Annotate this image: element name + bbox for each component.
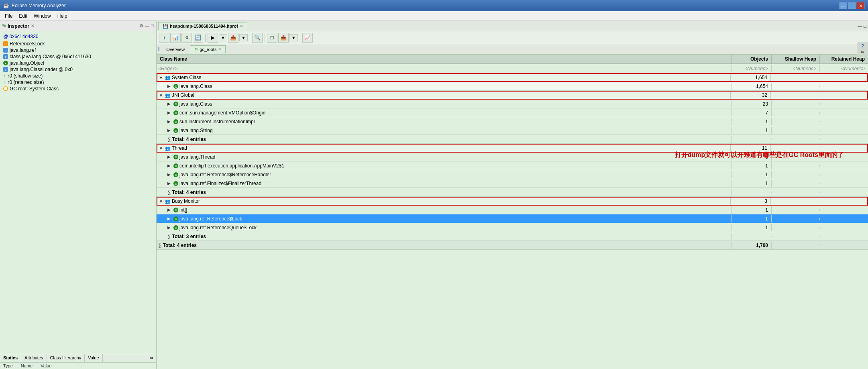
- cell-int-array: ▶ c int[]: [157, 206, 731, 214]
- expand-java-thread[interactable]: ▶: [167, 155, 172, 159]
- row-finalizer[interactable]: ▶ c java.lang.ref.Finalizer$FinalizerThr…: [157, 179, 868, 188]
- editor-tab-heapdump[interactable]: 💾 heapdump-1588683511494.hprof ✕: [158, 22, 247, 30]
- ref-icon: R: [3, 41, 8, 46]
- row-jni-global[interactable]: ▼ 👥 JNI Global 32: [157, 91, 868, 100]
- row-system-class-item[interactable]: ▶ c java.lang.Class 1,654: [157, 82, 868, 91]
- expand-java-class-1[interactable]: ▶: [167, 84, 172, 88]
- editor-maximize-icon[interactable]: □: [864, 24, 866, 29]
- cell-bt-retained: [820, 236, 868, 237]
- tb-play-dropdown[interactable]: ▼: [219, 34, 227, 41]
- expand-refqueue-lock[interactable]: ▶: [167, 225, 172, 230]
- row-appmain[interactable]: ▶ c com.intellij.rt.execution.applicatio…: [157, 161, 868, 170]
- row-int-array[interactable]: ▶ c int[] 1: [157, 206, 868, 214]
- row-ref-lock[interactable]: ▶ c java.lang.ref.Reference$Lock 1: [157, 214, 868, 223]
- label-int-array: int[]: [179, 207, 187, 213]
- menu-file[interactable]: File: [2, 12, 16, 20]
- cell-fin-obj: 1: [731, 180, 772, 187]
- cell-jni-class-retained: [820, 103, 868, 105]
- people-icon-jni: 👥: [165, 93, 171, 98]
- expand-thread[interactable]: ▼: [159, 146, 164, 151]
- cell-string-shallow: [772, 130, 820, 131]
- row-string[interactable]: ▶ c java.lang.String 1: [157, 126, 868, 135]
- regex-row[interactable]: <Regex> <Numeric> <Numeric> <Numeric>: [157, 64, 868, 73]
- inspector-minimize-icon[interactable]: —: [145, 23, 149, 29]
- cell-jc1-retained: [820, 86, 868, 87]
- tab-overview[interactable]: Overview: [162, 45, 189, 53]
- cell-busy-total: ∑ Total: 3 entries: [157, 233, 731, 240]
- regex-placeholder: <Regex>: [158, 66, 178, 71]
- inspector-maximize-icon[interactable]: □: [151, 23, 154, 29]
- tb-search-btn[interactable]: 🔍: [252, 33, 263, 43]
- row-refqueue-lock[interactable]: ▶ c java.lang.ref.ReferenceQueue$Lock 1: [157, 223, 868, 232]
- tab-attributes[interactable]: Attributes: [21, 354, 47, 362]
- expand-system-class[interactable]: ▼: [159, 75, 164, 80]
- expand-ref-handler[interactable]: ▶: [167, 172, 172, 177]
- label-jni-class: java.lang.Class: [179, 101, 212, 107]
- tb-histogram-btn[interactable]: 📊: [170, 33, 181, 43]
- expand-int-array[interactable]: ▶: [167, 208, 172, 212]
- cell-rl-obj: 1: [731, 215, 772, 222]
- editor-minimize-icon[interactable]: —: [858, 24, 862, 29]
- cell-jni-total: ∑ Total: 4 entries: [157, 136, 731, 143]
- tb-stats-btn[interactable]: 📈: [302, 33, 313, 43]
- row-busy-monitor[interactable]: ▼ 👥 Busy Monitor 3: [157, 197, 868, 206]
- expand-vmoption[interactable]: ▶: [167, 110, 172, 115]
- expand-appMain[interactable]: ▶: [167, 163, 172, 168]
- maximize-button[interactable]: □: [848, 2, 856, 9]
- tb-grid-btn[interactable]: □: [267, 33, 277, 43]
- cell-jni-class-shallow: [772, 103, 820, 105]
- gc-roots-close[interactable]: ✕: [218, 47, 221, 51]
- tab-value[interactable]: Value: [85, 354, 102, 362]
- edge-help-icon[interactable]: ?: [861, 43, 864, 48]
- minimize-button[interactable]: —: [839, 2, 847, 9]
- menu-edit[interactable]: Edit: [16, 12, 31, 20]
- row-system-class[interactable]: ▼ 👥 System Class 1,654: [157, 73, 868, 82]
- tb-play-btn[interactable]: ▶: [208, 33, 218, 43]
- inspector-label: Inspector: [8, 23, 29, 29]
- tb-export-dropdown[interactable]: ▼: [239, 34, 248, 41]
- obj-icon-3: ●: [3, 61, 8, 65]
- expand-instrumentation[interactable]: ▶: [167, 119, 172, 124]
- row-ref-handler[interactable]: ▶ c java.lang.ref.Reference$ReferenceHan…: [157, 170, 868, 179]
- menu-window[interactable]: Window: [31, 12, 54, 20]
- row-jni-class[interactable]: ▶ c java.lang.Class 23: [157, 100, 868, 108]
- col-class-name: Class Name: [157, 55, 731, 63]
- inspector-address[interactable]: @ 0x6c14d4830: [3, 34, 153, 39]
- inspector-tabs: Statics Attributes Class Hierarchy Value…: [0, 354, 156, 363]
- cell-busy-monitor: ▼ 👥 Busy Monitor: [157, 198, 731, 205]
- tb-chart-btn[interactable]: 📤: [278, 33, 289, 43]
- cell-java-thread: ▶ c java.lang.Thread: [157, 153, 731, 161]
- inspector-item-2: class java.lang.Class @ 0x6c1411630: [10, 54, 91, 59]
- obj-icon-refHandler: c: [173, 172, 178, 177]
- expand-jni-class[interactable]: ▶: [167, 102, 172, 106]
- close-button[interactable]: ✕: [857, 2, 865, 9]
- tb-sep-2: [250, 34, 250, 42]
- menu-help[interactable]: Help: [54, 12, 71, 20]
- tb-refresh-btn[interactable]: 🔄: [193, 33, 203, 43]
- tb-dominator-btn[interactable]: ⚙: [181, 33, 192, 43]
- editor-tab-close[interactable]: ✕: [240, 24, 243, 29]
- tree-table[interactable]: Class Name Objects Shallow Heap Retained…: [157, 55, 868, 369]
- cell-system-shallow: [771, 77, 819, 78]
- row-vmoption[interactable]: ▶ c com.sun.management.VMOption$Origin 7: [157, 108, 868, 117]
- row-instrumentation[interactable]: ▶ c sun.instrument.InstrumentationImpl 1: [157, 117, 868, 126]
- tb-chart-dropdown[interactable]: ▼: [289, 34, 298, 41]
- sum-icon-grand: ∑: [158, 243, 162, 248]
- expand-string[interactable]: ▶: [167, 128, 172, 133]
- tab-edit-icon[interactable]: ✏: [147, 354, 156, 362]
- expand-busy-monitor[interactable]: ▼: [159, 199, 164, 204]
- expand-finalizer[interactable]: ▶: [167, 181, 172, 186]
- tab-statics[interactable]: Statics: [0, 354, 21, 362]
- tab-gc-roots[interactable]: ⚙ gc_roots ✕: [190, 45, 226, 53]
- inspector-config-icon[interactable]: ⚙: [139, 23, 143, 29]
- inspector-row-6: ↑ ↑0 (retained size): [3, 80, 153, 85]
- cell-bt-shallow: [772, 236, 820, 237]
- cell-jni-class-obj: 23: [731, 100, 772, 108]
- tab-class-hierarchy[interactable]: Class Hierarchy: [47, 354, 85, 362]
- expand-ref-lock[interactable]: ▶: [167, 216, 172, 221]
- tb-info-btn[interactable]: i: [159, 33, 169, 43]
- cell-ia-obj: 1: [731, 206, 772, 214]
- expand-jni-global[interactable]: ▼: [159, 93, 164, 98]
- obj-icon-refQueueLock: c: [173, 225, 178, 230]
- tb-export-btn[interactable]: 📤: [228, 33, 238, 43]
